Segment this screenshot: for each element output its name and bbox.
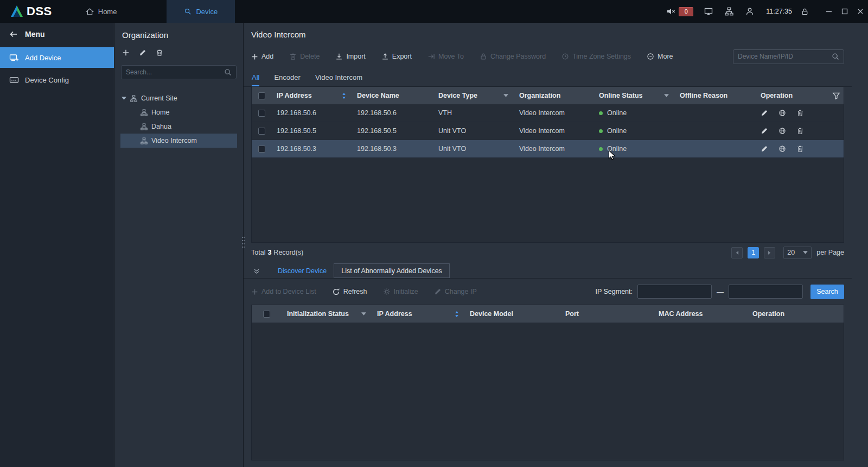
- add-button[interactable]: Add: [251, 53, 273, 60]
- next-page-button[interactable]: [764, 247, 775, 258]
- column-device-type[interactable]: Device Type: [433, 92, 514, 99]
- column-initialization-status[interactable]: Initialization Status: [282, 310, 372, 318]
- tree-item-current-site[interactable]: Current Site: [120, 91, 237, 105]
- device-type-tabs: All Encoder Video Intercom: [244, 68, 852, 87]
- move-to-button[interactable]: Move To: [427, 53, 464, 60]
- tab-discover-device[interactable]: Discover Device: [271, 263, 334, 278]
- row-checkbox[interactable]: [258, 110, 265, 117]
- device-web-page-icon[interactable]: [778, 127, 786, 135]
- alarm-count-badge[interactable]: 0: [679, 7, 693, 16]
- dss-application-window: DSS Home Device 0 11:27:35 Me: [0, 0, 868, 467]
- monitor-icon[interactable]: [704, 7, 713, 16]
- row-checkbox[interactable]: [258, 146, 265, 153]
- column-label: Operation: [761, 92, 793, 99]
- page-1-button[interactable]: 1: [748, 247, 759, 258]
- add-org-icon[interactable]: [122, 49, 130, 56]
- more-button[interactable]: More: [647, 53, 673, 60]
- ip-segment-end-input[interactable]: [729, 285, 803, 299]
- column-organization[interactable]: Organization: [514, 92, 593, 99]
- export-button[interactable]: Export: [381, 53, 412, 60]
- delete-button[interactable]: Delete: [289, 53, 320, 60]
- filter-dropdown-icon[interactable]: [664, 94, 669, 97]
- tab-encoder[interactable]: Encoder: [274, 73, 300, 86]
- tab-video-intercom[interactable]: Video Intercom: [315, 73, 362, 86]
- device-row[interactable]: 192.168.50.3 192.168.50.3 Unit VTO Video…: [252, 140, 844, 158]
- search-icon[interactable]: [224, 68, 232, 76]
- organization-search-input[interactable]: [126, 68, 224, 76]
- device-row[interactable]: 192.168.50.6 192.168.50.6 VTH Video Inte…: [252, 104, 844, 122]
- sort-icon[interactable]: [342, 92, 346, 99]
- tab-abnormally-added-devices[interactable]: List of Abnormally Added Devices: [334, 263, 450, 278]
- tab-all[interactable]: All: [252, 73, 259, 86]
- column-online-status[interactable]: Online Status: [593, 92, 674, 99]
- device-web-page-icon[interactable]: [778, 145, 786, 153]
- online-status-dot: [599, 129, 603, 133]
- page-size-select[interactable]: 20: [783, 247, 812, 259]
- change-password-button[interactable]: Change Password: [480, 53, 546, 60]
- initialize-button[interactable]: Initialize: [383, 288, 418, 295]
- delete-device-icon[interactable]: [796, 109, 804, 117]
- column-port[interactable]: Port: [560, 310, 653, 318]
- change-ip-button[interactable]: Change IP: [434, 288, 477, 295]
- import-button[interactable]: Import: [335, 53, 365, 60]
- device-web-page-icon[interactable]: [778, 109, 786, 117]
- time-zone-settings-button[interactable]: Time Zone Settings: [561, 53, 631, 60]
- filter-dropdown-icon[interactable]: [361, 312, 366, 315]
- maximize-button[interactable]: [837, 0, 852, 23]
- column-ip-address[interactable]: IP Address: [271, 92, 352, 99]
- cell-organization: Video Intercom: [519, 145, 565, 153]
- lock-icon[interactable]: [801, 8, 809, 16]
- close-button[interactable]: [852, 0, 868, 23]
- edit-device-icon[interactable]: [761, 145, 768, 153]
- sort-icon[interactable]: [455, 311, 459, 318]
- select-all-checkbox[interactable]: [258, 92, 265, 99]
- filter-dropdown-icon[interactable]: [503, 94, 508, 97]
- delete-device-icon[interactable]: [796, 145, 804, 153]
- back-icon[interactable]: [9, 30, 18, 39]
- column-ip-address[interactable]: IP Address: [372, 310, 464, 318]
- edit-org-icon[interactable]: [139, 49, 146, 56]
- ip-segment-start-input[interactable]: [637, 285, 712, 299]
- tree-expand-icon[interactable]: [122, 97, 126, 100]
- edit-device-icon[interactable]: [761, 109, 768, 117]
- column-device-name[interactable]: Device Name: [352, 92, 433, 99]
- column-label: Device Name: [357, 92, 399, 99]
- refresh-button[interactable]: Refresh: [332, 288, 367, 296]
- column-mac-address[interactable]: MAC Address: [653, 310, 747, 318]
- mute-speaker-icon[interactable]: [666, 7, 676, 16]
- column-offline-reason[interactable]: Offline Reason: [674, 92, 755, 99]
- row-checkbox[interactable]: [258, 128, 265, 135]
- column-operation[interactable]: Operation: [755, 92, 844, 100]
- edit-device-icon[interactable]: [761, 127, 768, 135]
- ip-segment-search-button[interactable]: Search: [810, 285, 844, 299]
- sidebar-item-add-device[interactable]: Add Device: [0, 47, 114, 68]
- minimize-button[interactable]: [821, 0, 837, 23]
- tree-item-video-intercom[interactable]: Video Intercom: [120, 134, 237, 148]
- column-device-model[interactable]: Device Model: [464, 310, 560, 318]
- tab-home[interactable]: Home: [68, 0, 135, 23]
- search-icon[interactable]: [832, 53, 839, 60]
- column-label: Initialization Status: [287, 310, 349, 318]
- tree-item-dahua[interactable]: Dahua: [120, 119, 237, 134]
- prev-page-button[interactable]: [731, 247, 743, 258]
- device-row[interactable]: 192.168.50.5 192.168.50.5 Unit VTO Video…: [252, 122, 844, 140]
- tree-item-home[interactable]: Home: [120, 105, 237, 119]
- main-content: Video Intercom Add Delete Import Export: [244, 23, 868, 467]
- more-button-label: More: [658, 53, 673, 60]
- filter-icon[interactable]: [832, 92, 840, 100]
- per-page-label: per Page: [816, 249, 844, 256]
- user-icon[interactable]: [745, 7, 754, 16]
- column-label: Online Status: [599, 92, 643, 99]
- collapse-panel-button[interactable]: [253, 269, 260, 274]
- column-operation[interactable]: Operation: [747, 310, 844, 318]
- add-to-device-list-button[interactable]: Add to Device List: [251, 288, 316, 295]
- sitemap-icon[interactable]: [725, 7, 733, 16]
- tab-device[interactable]: Device: [167, 0, 235, 23]
- delete-org-icon[interactable]: [156, 49, 163, 56]
- device-search-input[interactable]: [738, 53, 832, 60]
- trash-icon: [289, 53, 297, 60]
- select-all-checkbox[interactable]: [263, 311, 270, 318]
- delete-device-icon[interactable]: [796, 127, 804, 135]
- panel-resize-handle[interactable]: [241, 236, 245, 250]
- sidebar-item-device-config[interactable]: Device Config: [0, 70, 114, 90]
